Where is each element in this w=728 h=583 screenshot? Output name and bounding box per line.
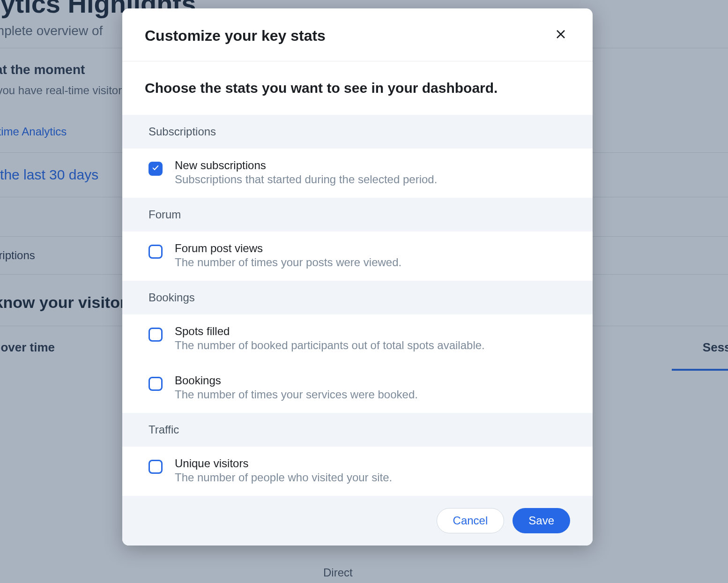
stat-option-row[interactable]: Spots filledThe number of booked partici… (122, 314, 593, 364)
modal-footer: Cancel Save (122, 496, 593, 546)
stat-option-name: Bookings (175, 374, 418, 387)
stat-option-desc: The number of booked participants out of… (175, 339, 485, 352)
group-header: Bookings (122, 281, 593, 314)
check-icon (152, 164, 159, 173)
stat-option-name: Forum post views (175, 242, 401, 255)
stat-checkbox[interactable] (149, 328, 163, 342)
stat-checkbox[interactable] (149, 162, 163, 176)
stat-checkbox[interactable] (149, 377, 163, 391)
group-header: Subscriptions (122, 115, 593, 149)
stat-option-desc: The number of times your services were b… (175, 388, 418, 401)
stat-option-desc: Subscriptions that started during the se… (175, 173, 437, 186)
stat-option-desc: The number of people who visited your si… (175, 471, 392, 484)
close-icon (555, 28, 566, 43)
stat-option-name: Spots filled (175, 325, 485, 338)
close-button[interactable] (551, 26, 570, 45)
customize-stats-modal: Customize your key stats Choose the stat… (122, 8, 593, 546)
stat-option-name: New subscriptions (175, 159, 437, 172)
stat-option-name: Unique visitors (175, 457, 392, 470)
modal-title: Customize your key stats (145, 27, 326, 45)
stat-option-row[interactable]: Forum post viewsThe number of times your… (122, 232, 593, 281)
stat-option-row[interactable]: BookingsThe number of times your service… (122, 364, 593, 413)
stat-checkbox[interactable] (149, 460, 163, 474)
cancel-button[interactable]: Cancel (437, 508, 505, 533)
stat-option-row[interactable]: Unique visitorsThe number of people who … (122, 447, 593, 496)
stat-option-desc: The number of times your posts were view… (175, 256, 401, 269)
group-header: Traffic (122, 413, 593, 447)
save-button[interactable]: Save (513, 508, 570, 533)
group-header: Forum (122, 198, 593, 232)
modal-header: Customize your key stats (122, 8, 593, 61)
stat-checkbox[interactable] (149, 245, 163, 259)
stat-option-row[interactable]: New subscriptionsSubscriptions that star… (122, 149, 593, 198)
modal-subhead: Choose the stats you want to see in your… (122, 61, 593, 115)
